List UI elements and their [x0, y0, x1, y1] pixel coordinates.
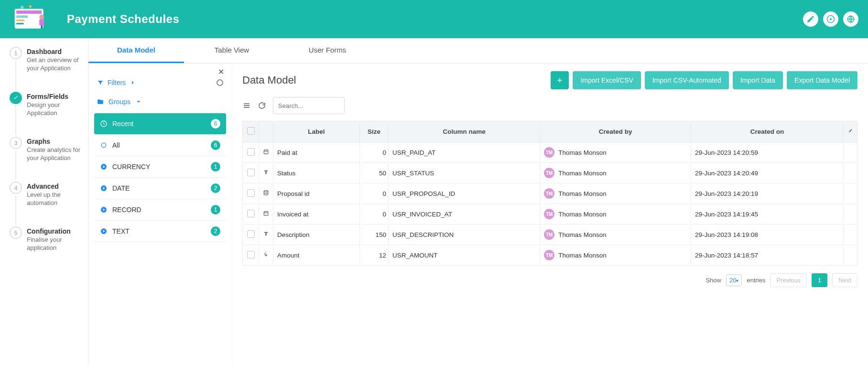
- row-creator: TMThomas Monson: [544, 209, 687, 219]
- filters-toggle[interactable]: Filters: [97, 79, 136, 86]
- step-title: Configuration: [27, 227, 82, 235]
- table-row[interactable]: Paid at 0 USR_PAID_AT TMThomas Monson 29…: [243, 142, 857, 163]
- page-size-select[interactable]: 20▾: [726, 274, 742, 286]
- menu-icon: [242, 101, 251, 110]
- table-row[interactable]: Proposal id 0 USR_PROPOSAL_ID TMThomas M…: [243, 183, 857, 204]
- table-row[interactable]: Amount 12 USR_AMOUNT TMThomas Monson 29-…: [243, 245, 857, 266]
- group-label: All: [112, 141, 206, 149]
- radio-indicator[interactable]: [217, 79, 223, 86]
- col-size[interactable]: Size: [359, 121, 388, 142]
- pin-icon: [847, 128, 853, 134]
- export-model-button[interactable]: Export Data Model: [787, 71, 857, 89]
- step-number: 4: [10, 182, 22, 194]
- row-checkbox[interactable]: [247, 169, 255, 176]
- row-checkbox[interactable]: [247, 189, 255, 197]
- import-csv-auto-button[interactable]: Import CSV-Automated: [645, 71, 729, 89]
- row-creator: TMThomas Monson: [544, 229, 687, 240]
- groups-toggle[interactable]: Groups: [94, 91, 226, 110]
- step-number: [10, 92, 22, 104]
- row-checkbox[interactable]: [247, 251, 255, 258]
- step-subtitle: Create analytics for your Application: [27, 146, 82, 162]
- col-column[interactable]: Column name: [388, 121, 540, 142]
- close-panel-button[interactable]: ✕: [218, 67, 224, 76]
- svg-rect-4: [16, 23, 23, 24]
- play-circle-icon: [100, 184, 108, 192]
- step-configuration[interactable]: 5 Configuration Finalise your applicatio…: [10, 226, 82, 252]
- publish-button[interactable]: [843, 11, 858, 27]
- table-row[interactable]: Invoiced at 0 USR_INVOICED_AT TMThomas M…: [243, 204, 857, 225]
- groups-panel: ✕ Filters Groups Recent 6 Al: [88, 64, 232, 365]
- calendar-icon: [263, 211, 269, 218]
- table-row[interactable]: Description 150 USR_DESCRIPTION TMThomas…: [243, 225, 857, 245]
- step-number: 1: [10, 47, 22, 59]
- groups-label: Groups: [108, 98, 130, 106]
- col-label[interactable]: Label: [273, 121, 360, 142]
- group-text[interactable]: TEXT 2: [94, 221, 226, 242]
- row-created-on: 29-Jun-2023 14:20:19: [691, 183, 843, 204]
- row-column-name: USR_INVOICED_AT: [388, 204, 540, 225]
- step-forms-fields[interactable]: Forms/Fields Design your Application: [10, 92, 82, 135]
- row-label: Proposal id: [273, 183, 360, 204]
- search-input[interactable]: [278, 102, 358, 109]
- col-pin[interactable]: [844, 121, 857, 142]
- tab-data-model[interactable]: Data Model: [88, 38, 184, 63]
- chevron-down-icon: [135, 98, 142, 105]
- col-created-on[interactable]: Created on: [691, 121, 843, 142]
- prev-page-button[interactable]: Previous: [770, 273, 807, 287]
- group-count-badge: 2: [211, 183, 220, 193]
- avatar: TM: [544, 168, 554, 178]
- content-area: Data Model Import Excel/CSV Import CSV-A…: [232, 64, 868, 365]
- text-icon: [263, 231, 269, 238]
- next-page-button[interactable]: Next: [832, 273, 857, 287]
- group-date[interactable]: DATE 2: [94, 178, 226, 199]
- entries-label: entries: [747, 277, 765, 284]
- row-created-on: 29-Jun-2023 14:20:49: [691, 163, 843, 183]
- group-currency[interactable]: CURRENCY 1: [94, 156, 226, 178]
- action-buttons: Import Excel/CSV Import CSV-Automated Im…: [551, 71, 857, 89]
- row-creator: TMThomas Monson: [544, 250, 687, 260]
- row-column-name: USR_DESCRIPTION: [388, 225, 540, 245]
- group-label: Recent: [112, 120, 206, 128]
- group-all[interactable]: All 6: [94, 135, 226, 156]
- row-created-on: 29-Jun-2023 14:19:08: [691, 225, 843, 245]
- folder-icon: [97, 98, 104, 105]
- chevron-right-icon: [130, 79, 136, 86]
- tab-table-view[interactable]: Table View: [184, 38, 280, 63]
- add-field-button[interactable]: [551, 71, 569, 89]
- row-checkbox[interactable]: [247, 210, 255, 217]
- edit-button[interactable]: [803, 11, 818, 27]
- svg-rect-2: [16, 15, 28, 18]
- show-label: Show: [705, 277, 721, 284]
- refresh-button[interactable]: [258, 101, 266, 110]
- step-advanced[interactable]: 4 Advanced Level up the automation: [10, 182, 82, 225]
- filter-icon: [97, 79, 104, 86]
- row-column-name: USR_PROPOSAL_ID: [388, 183, 540, 204]
- menu-button[interactable]: [242, 101, 251, 110]
- step-number: 3: [10, 137, 22, 149]
- step-dashboard[interactable]: 1 Dashboard Get an overview of your Appl…: [10, 47, 82, 90]
- table-row[interactable]: Status 50 USR_STATUS TMThomas Monson 29-…: [243, 163, 857, 183]
- page-1-button[interactable]: 1: [812, 273, 827, 287]
- import-data-button[interactable]: Import Data: [733, 71, 783, 89]
- row-column-name: USR_AMOUNT: [388, 245, 540, 266]
- play-circle-icon: [100, 163, 108, 171]
- step-title: Dashboard: [27, 48, 82, 55]
- row-checkbox[interactable]: [247, 230, 255, 238]
- run-button[interactable]: [823, 11, 838, 27]
- search-field[interactable]: [273, 97, 345, 114]
- text-icon: [263, 170, 269, 177]
- col-created-by[interactable]: Created by: [540, 121, 691, 142]
- group-record[interactable]: RECORD 1: [94, 199, 226, 221]
- avatar: TM: [544, 188, 554, 199]
- svg-point-5: [21, 6, 24, 9]
- row-checkbox[interactable]: [247, 148, 255, 156]
- app-logo: [10, 5, 53, 33]
- step-graphs[interactable]: 3 Graphs Create analytics for your Appli…: [10, 137, 82, 180]
- row-size: 0: [359, 204, 388, 225]
- group-list: Recent 6 All 6 CURRENCY 1 DATE 2 RECORD …: [94, 113, 226, 242]
- tab-user-forms[interactable]: User Forms: [280, 38, 375, 63]
- group-recent[interactable]: Recent 6: [94, 113, 226, 135]
- select-all-checkbox[interactable]: [247, 127, 255, 135]
- row-label: Paid at: [273, 142, 360, 163]
- import-excel-button[interactable]: Import Excel/CSV: [573, 71, 640, 89]
